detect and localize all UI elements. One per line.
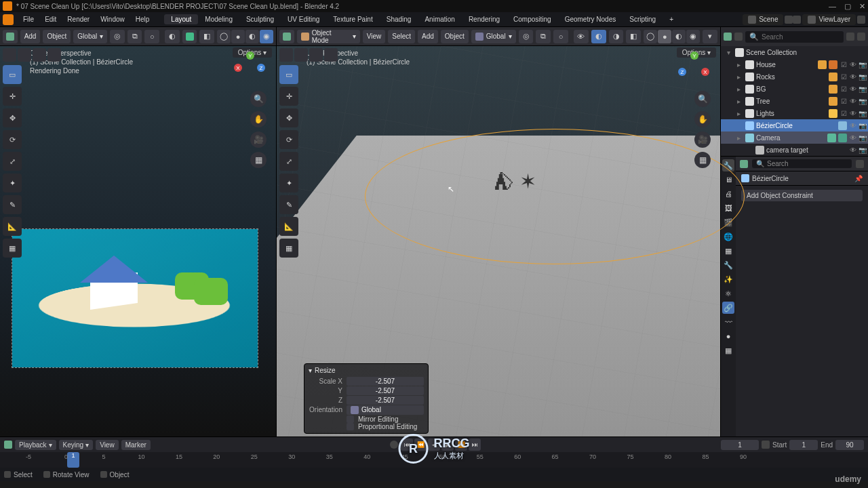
outliner-filter-icon[interactable] [846,33,854,41]
eye-icon[interactable]: 👁 [849,98,857,105]
tool-add[interactable]: ▦ [3,239,22,258]
tab-uv-editing[interactable]: UV Editing [281,14,326,24]
select-mode-extend-icon[interactable] [294,48,308,62]
tree-item-bg[interactable]: BG ☑👁📷 [721,83,868,95]
scene-selector[interactable]: Scene [743,14,783,25]
perspective-icon[interactable]: ▦ [694,152,711,168]
axis-z-ball[interactable]: Z [257,64,265,72]
render-icon[interactable]: 📷 [859,73,867,81]
disclosure-triangle-icon[interactable] [735,85,742,93]
operator-resize-panel[interactable]: ▾Resize Scale X-2.507 Y-2.507 Z-2.507 Or… [304,363,429,434]
editor-type-icon[interactable] [3,30,18,43]
outliner-search-input[interactable] [762,33,840,41]
tab-layout[interactable]: Layout [164,14,198,24]
tool-measure[interactable]: 📐 [3,217,22,236]
add-object-constraint-button[interactable]: Add Object Constraint [741,190,863,201]
xray-icon[interactable]: ◧ [626,30,641,43]
select-mode-box-icon[interactable] [3,48,16,62]
tool-scale[interactable]: ⤢ [3,152,22,171]
outliner-search[interactable]: 🔍 [745,31,844,43]
tool-measure[interactable]: 📐 [279,217,298,236]
shading-rendered-icon[interactable]: ◉ [260,30,273,43]
render-icon[interactable]: 📷 [859,110,867,117]
tool-annotate[interactable]: ✎ [279,195,298,214]
tree-item-rocks[interactable]: Rocks ☑👁📷 [721,70,868,83]
render-icon[interactable]: 📷 [859,61,867,68]
tree-item-lights[interactable]: Lights ☑👁📷 [721,107,868,119]
eye-icon[interactable]: 👁 [849,122,857,129]
menu-object[interactable]: Object [441,30,469,43]
tree-item-tree[interactable]: Tree ☑👁📷 [721,95,868,107]
mode-dropdown[interactable]: Object Mode ▾ [297,30,360,43]
auto-key-icon[interactable] [390,441,398,449]
axis-x-ball[interactable]: X [234,64,242,72]
menu-add[interactable]: Add [20,30,41,43]
props-tab-physics-icon[interactable]: ⚛ [722,287,734,300]
render-icon[interactable]: 📷 [859,122,867,129]
viewlayer-selector[interactable]: ViewLayer [802,14,856,25]
props-tab-modifier-icon[interactable]: 🔧 [722,259,734,271]
overlays-icon[interactable]: ◑ [609,30,624,43]
eye-icon[interactable]: 👁 [849,85,857,93]
nav-gizmo[interactable]: X Y Z [678,52,711,84]
tree-item-beziercircle[interactable]: BézierCircle 👁📷 [721,119,868,131]
shading-wire-icon[interactable]: ◯ [644,30,657,43]
tool-transform[interactable]: ✦ [3,174,22,192]
pivot-icon[interactable]: ◎ [110,30,125,43]
axis-y-ball[interactable]: Y [690,52,698,60]
select-mode-subtract-icon[interactable] [33,48,46,62]
props-tab-world-icon[interactable]: 🌐 [722,230,734,243]
tree-item-camera[interactable]: Camera 👁📷 [721,131,868,144]
bezier-circle-object[interactable] [365,129,745,264]
disclosure-triangle-icon[interactable] [735,98,742,105]
exclude-checkbox[interactable]: ☑ [840,73,848,81]
eye-icon[interactable]: 👁 [849,146,857,154]
eye-icon[interactable]: 👁 [849,134,857,142]
shading-options-dropdown-icon[interactable]: ▾ [703,30,717,43]
props-tab-texture-icon[interactable]: ▦ [722,344,734,357]
tree-item-house[interactable]: House ☑👁📷 [721,58,868,70]
render-icon[interactable]: 📷 [859,85,867,93]
visibility-icon[interactable]: 👁 [574,30,589,43]
render-icon[interactable]: 📷 [859,98,867,105]
menu-help[interactable]: Help [130,14,155,24]
disclosure-triangle-icon[interactable] [725,49,732,56]
proportional-editing-checkbox[interactable] [347,423,354,430]
select-mode-box-icon[interactable] [279,48,293,62]
playhead[interactable]: 1 [67,452,79,468]
outliner-tree[interactable]: Scene Collection House ☑👁📷 Rocks ☑👁📷 [721,46,868,156]
mirror-editing-checkbox[interactable] [347,415,354,423]
props-tab-data-icon[interactable]: 〰 [722,316,734,328]
jump-start-icon[interactable]: ⏮ [401,439,413,451]
overlays-icon[interactable] [182,30,197,43]
zoom-icon[interactable]: 🔍 [694,91,711,107]
menu-file[interactable]: File [18,14,39,24]
tree-scene-collection[interactable]: Scene Collection [721,46,868,58]
exclude-checkbox[interactable]: ☑ [840,110,848,117]
eye-icon[interactable]: 👁 [849,110,857,117]
scale-z-field[interactable]: -2.507 [347,396,424,405]
tab-scripting[interactable]: Scripting [623,14,663,24]
exclude-checkbox[interactable]: ☑ [840,85,848,93]
tab-shading[interactable]: Shading [380,14,418,24]
tab-geometry-nodes[interactable]: Geometry Nodes [558,14,623,24]
disclosure-triangle-icon[interactable] [735,134,742,142]
disclosure-triangle-icon[interactable]: ▾ [309,367,312,374]
pivot-icon[interactable]: ◎ [519,30,534,43]
camera-view-icon[interactable]: 🎥 [694,131,711,148]
new-viewlayer-icon[interactable] [857,16,865,24]
orientation-dropdown[interactable]: Global ▾ [471,30,516,43]
tool-cursor[interactable]: ✛ [3,87,22,106]
options-icon[interactable] [856,160,864,168]
disclosure-triangle-icon[interactable] [735,110,742,117]
timeline-editor-icon[interactable] [4,441,12,449]
menu-view[interactable]: View [96,440,119,450]
minimize-icon[interactable]: — [829,2,836,11]
shading-wire-icon[interactable]: ◯ [217,30,231,43]
tool-select-box[interactable]: ▭ [3,65,22,84]
disclosure-triangle-icon[interactable] [735,61,742,68]
add-workspace[interactable]: + [663,14,680,24]
tool-rotate[interactable]: ⟳ [3,130,22,149]
menu-object[interactable]: Object [43,30,71,43]
end-frame-field[interactable]: 90 [835,440,864,450]
